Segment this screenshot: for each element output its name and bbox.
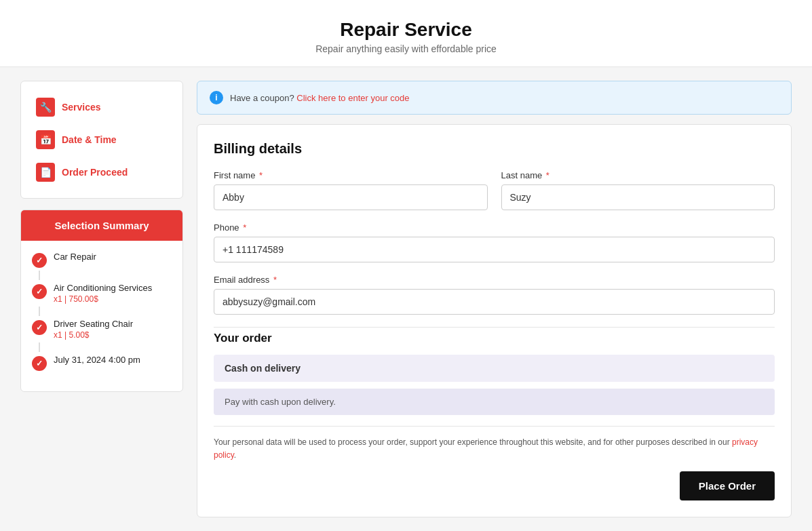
date-name: July 31, 2024 4:00 pm xyxy=(54,355,172,365)
check-icon-chair xyxy=(32,320,47,335)
last-name-input[interactable] xyxy=(501,184,775,210)
ac-detail: x1 | 750.00$ xyxy=(54,294,172,304)
payment-method-box: Cash on delivery xyxy=(214,355,775,382)
email-group: Email address * xyxy=(214,275,775,315)
name-row: First name * Last name * xyxy=(214,170,775,210)
services-label: Services xyxy=(62,102,101,113)
coupon-text: Have a coupon? Click here to enter your … xyxy=(230,93,410,103)
coupon-banner: i Have a coupon? Click here to enter you… xyxy=(197,81,792,115)
right-panel: i Have a coupon? Click here to enter you… xyxy=(197,81,792,517)
payment-desc: Pay with cash upon delivery. xyxy=(214,389,775,415)
check-icon-ac xyxy=(32,284,47,299)
last-name-group: Last name * xyxy=(501,170,775,210)
phone-required: * xyxy=(243,222,246,233)
form-card: Billing details First name * Last name * xyxy=(197,124,792,517)
place-order-button[interactable]: Place Order xyxy=(680,471,775,500)
summary-item-driver-chair: Driver Seating Chair x1 | 5.00$ xyxy=(32,319,172,340)
sidebar-item-services[interactable]: 🔧 Services xyxy=(32,91,172,123)
first-name-input[interactable] xyxy=(214,184,488,210)
info-icon: i xyxy=(210,91,223,104)
phone-row: Phone * xyxy=(214,222,775,262)
datetime-icon: 📅 xyxy=(36,130,55,149)
services-icon: 🔧 xyxy=(36,98,55,117)
order-proceed-icon: 📄 xyxy=(36,163,55,182)
privacy-text: Your personal data will be used to proce… xyxy=(214,426,775,462)
page-title: Repair Service xyxy=(14,19,798,41)
sidebar-item-datetime[interactable]: 📅 Date & Time xyxy=(32,123,172,156)
phone-group: Phone * xyxy=(214,222,775,262)
first-name-label: First name * xyxy=(214,170,488,180)
coupon-link[interactable]: Click here to enter your code xyxy=(296,93,409,103)
phone-label: Phone * xyxy=(214,222,775,233)
check-icon-date xyxy=(32,356,47,371)
summary-item-car-repair: Car Repair xyxy=(32,252,172,268)
summary-item-date: July 31, 2024 4:00 pm xyxy=(32,355,172,371)
last-name-required: * xyxy=(546,170,549,180)
car-repair-name: Car Repair xyxy=(54,252,172,262)
email-required: * xyxy=(273,275,277,285)
left-panel: 🔧 Services 📅 Date & Time 📄 Order Proceed… xyxy=(20,81,183,517)
chair-detail: x1 | 5.00$ xyxy=(54,330,172,340)
datetime-label: Date & Time xyxy=(62,134,117,145)
page-subtitle: Repair anything easily with effordable p… xyxy=(14,43,798,54)
sidebar-item-order-proceed[interactable]: 📄 Order Proceed xyxy=(32,156,172,189)
summary-item-ac: Air Conditioning Services x1 | 750.00$ xyxy=(32,283,172,304)
order-section: Your order Cash on delivery Pay with cas… xyxy=(214,327,775,415)
billing-title: Billing details xyxy=(214,141,775,157)
email-input[interactable] xyxy=(214,289,775,315)
nav-card: 🔧 Services 📅 Date & Time 📄 Order Proceed xyxy=(20,81,183,199)
order-title: Your order xyxy=(214,327,775,345)
summary-header: Selection Summary xyxy=(21,210,182,241)
phone-input[interactable] xyxy=(214,237,775,262)
email-label: Email address * xyxy=(214,275,775,285)
email-row: Email address * xyxy=(214,275,775,315)
ac-name: Air Conditioning Services xyxy=(54,283,172,293)
payment-method-label: Cash on delivery xyxy=(225,363,764,374)
summary-body: Car Repair Air Conditioning Services x1 … xyxy=(21,241,182,391)
check-icon-car-repair xyxy=(32,253,47,268)
chair-name: Driver Seating Chair xyxy=(54,319,172,329)
first-name-group: First name * xyxy=(214,170,488,210)
order-proceed-label: Order Proceed xyxy=(62,167,128,178)
place-order-row: Place Order xyxy=(214,471,775,500)
first-name-required: * xyxy=(259,170,263,180)
selection-summary-card: Selection Summary Car Repair Air Conditi xyxy=(20,210,183,392)
last-name-label: Last name * xyxy=(501,170,775,180)
page-header: Repair Service Repair anything easily wi… xyxy=(0,0,812,67)
